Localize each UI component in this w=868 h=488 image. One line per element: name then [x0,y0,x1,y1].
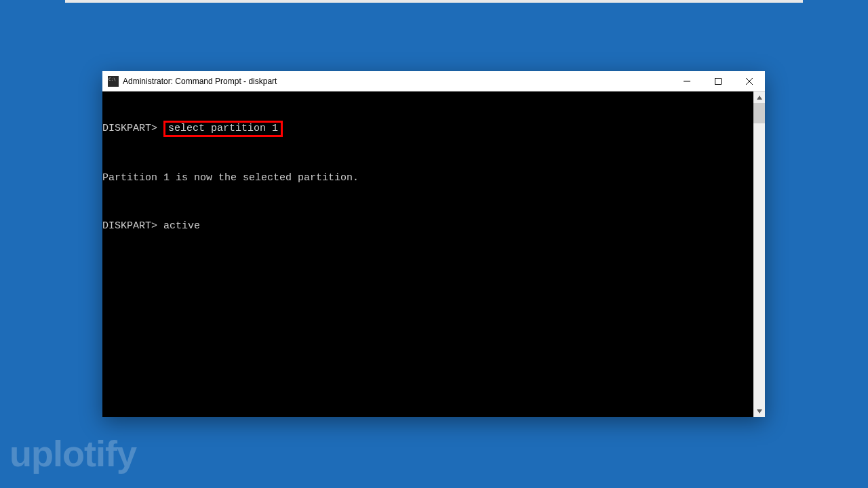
console-line: Partition 1 is now the selected partitio… [102,171,753,185]
console-area[interactable]: DISKPART> select partition 1 Partition 1… [102,92,765,417]
highlighted-command: select partition 1 [163,121,283,137]
svg-marker-5 [757,409,762,413]
scroll-thumb[interactable] [753,103,765,123]
console-line: DISKPART> select partition 1 [102,121,753,137]
vertical-scrollbar[interactable] [753,92,765,417]
scroll-track[interactable] [753,103,765,405]
diskpart-prompt: DISKPART> [102,220,157,232]
scroll-up-button[interactable] [753,92,765,103]
cmd-icon [108,76,119,87]
console-output: DISKPART> select partition 1 Partition 1… [102,92,753,417]
svg-marker-4 [757,96,762,100]
browser-top-stripe [65,0,803,3]
scroll-down-button[interactable] [753,405,765,417]
close-button[interactable] [734,71,765,91]
window-controls [671,71,765,91]
minimize-button[interactable] [671,71,703,91]
command-text: active [163,220,200,232]
window-titlebar[interactable]: Administrator: Command Prompt - diskpart [102,71,765,92]
maximize-button[interactable] [703,71,734,91]
watermark-text: uplotify [9,432,136,474]
command-prompt-window: Administrator: Command Prompt - diskpart… [102,71,765,417]
window-title: Administrator: Command Prompt - diskpart [123,77,671,86]
diskpart-prompt: DISKPART> [102,123,157,134]
svg-rect-1 [715,78,722,84]
console-line: DISKPART> active [102,220,753,233]
